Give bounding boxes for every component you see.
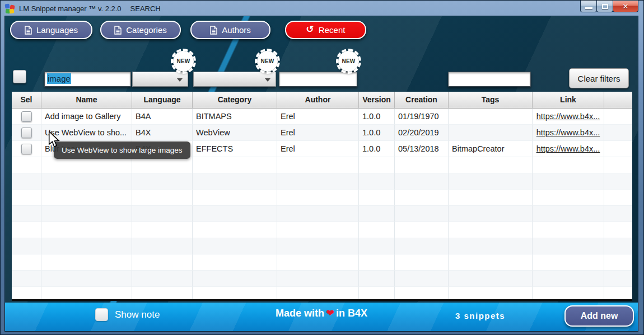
column-header-link[interactable]: Link	[533, 92, 604, 108]
cell-creation: 02/20/2019	[395, 125, 449, 141]
cell-category: WebView	[193, 125, 277, 141]
table-row[interactable]: Add image to Gallery B4A BITMAPS Erel 1.…	[12, 108, 632, 125]
tags-filter-input[interactable]	[448, 72, 531, 87]
column-header-blank	[604, 92, 632, 108]
search-input-selected-text: image	[47, 73, 71, 84]
tooltip: Use WebView to show large images	[54, 141, 190, 159]
table-row-empty	[12, 190, 632, 206]
column-header-category[interactable]: Category	[193, 92, 277, 108]
table-row[interactable]: Use WebView to sho... B4X WebView Erel 1…	[12, 125, 632, 141]
empty-rows	[12, 157, 632, 301]
new-badge: NEW	[338, 51, 359, 72]
clear-filters-button[interactable]: Clear filters	[569, 68, 629, 88]
authors-label: Authors	[222, 25, 251, 35]
cell-language: B4X	[132, 125, 193, 141]
row-checkbox[interactable]	[21, 128, 32, 138]
table-row-empty	[12, 238, 632, 254]
chevron-down-icon	[265, 78, 270, 82]
footer-bar: Show note Made with❤in B4X 3 snippets Ad…	[5, 303, 638, 331]
add-new-button[interactable]: Add new	[564, 305, 634, 327]
cell-category: EFFECTS	[193, 141, 277, 157]
cell-author: Erel	[277, 108, 359, 125]
table-row-empty	[12, 206, 632, 222]
author-filter-input[interactable]	[279, 72, 357, 87]
document-icon	[114, 26, 122, 35]
cell-version: 1.0.0	[359, 141, 395, 157]
snippet-table: Sel Name Language Category Author Versio…	[12, 92, 632, 301]
cell-language: B4A	[132, 108, 193, 125]
column-header-author[interactable]: Author	[277, 92, 359, 108]
table-row-empty	[12, 271, 632, 287]
authors-button[interactable]: Authors	[190, 21, 270, 39]
document-icon	[25, 26, 32, 35]
row-checkbox[interactable]	[21, 144, 32, 154]
recent-button[interactable]: ↺ Recent	[285, 21, 366, 39]
table-body: Add image to Gallery B4A BITMAPS Erel 1.…	[12, 108, 632, 301]
table-header: Sel Name Language Category Author Versio…	[12, 92, 632, 108]
mouse-cursor-icon	[48, 131, 60, 148]
column-header-sel[interactable]: Sel	[12, 92, 41, 108]
languages-button[interactable]: Languages	[10, 21, 92, 39]
minimize-icon	[585, 7, 592, 9]
table-row-empty	[12, 254, 632, 271]
chevron-down-icon	[177, 78, 183, 82]
main-content: Languages Categories Authors ↺ Recent im…	[5, 16, 638, 331]
cell-creation: 05/13/2018	[395, 141, 449, 157]
maximize-icon	[602, 4, 608, 9]
snippets-count: 3 snippets	[455, 311, 505, 320]
maximize-button[interactable]	[596, 1, 613, 12]
cell-name: Add image to Gallery	[41, 108, 132, 125]
new-badge: NEW	[173, 51, 194, 72]
cell-version: 1.0.0	[359, 125, 395, 141]
categories-label: Categories	[126, 25, 167, 35]
titlebar: LM Snippet manager ™ v. 2.2.0 SEARCH	[1, 1, 643, 16]
history-icon: ↺	[306, 25, 314, 34]
window-title: LM Snippet manager ™ v. 2.2.0	[19, 4, 122, 13]
snippet-link[interactable]: https://www.b4x...	[536, 144, 600, 153]
table-row-empty	[12, 157, 632, 173]
column-header-language[interactable]: Language	[132, 92, 193, 108]
cell-tags	[449, 108, 533, 125]
cell-author: Erel	[277, 141, 359, 157]
made-with-text: Made with❤in B4X	[276, 307, 367, 319]
cell-creation: 01/19/1970	[395, 108, 449, 125]
cell-category: BITMAPS	[193, 108, 277, 125]
window-mode-label: SEARCH	[130, 4, 161, 13]
languages-label: Languages	[36, 25, 78, 35]
column-header-name[interactable]: Name	[41, 92, 132, 108]
column-header-tags[interactable]: Tags	[449, 92, 533, 108]
column-header-creation[interactable]: Creation	[395, 92, 449, 108]
cell-tags: BitmapCreator	[449, 141, 533, 157]
column-header-version[interactable]: Version	[359, 92, 395, 108]
minimize-button[interactable]	[580, 1, 597, 12]
heart-icon: ❤	[324, 308, 336, 319]
select-all-checkbox[interactable]	[13, 70, 26, 83]
snippet-link[interactable]: https://www.b4x...	[536, 112, 600, 121]
recent-label: Recent	[319, 25, 346, 35]
row-checkbox[interactable]	[21, 111, 32, 122]
cell-tags	[449, 125, 533, 141]
cell-version: 1.0.0	[359, 108, 395, 125]
language-filter-dropdown[interactable]	[132, 72, 188, 87]
table-row-empty	[12, 173, 632, 190]
app-icon[interactable]	[5, 4, 15, 13]
new-badge: NEW	[257, 51, 278, 72]
categories-button[interactable]: Categories	[100, 21, 181, 39]
close-button[interactable]: ✕	[613, 1, 638, 12]
close-icon: ✕	[623, 3, 629, 10]
table-row-empty	[12, 222, 632, 238]
snippet-link[interactable]: https://www.b4x...	[536, 128, 600, 137]
table-row-empty	[12, 287, 632, 301]
category-filter-dropdown[interactable]	[193, 72, 276, 87]
search-input[interactable]: image	[44, 72, 131, 87]
cell-author: Erel	[277, 125, 359, 141]
window-frame: LM Snippet manager ™ v. 2.2.0 SEARCH ✕ L…	[0, 0, 644, 335]
show-note-checkbox[interactable]	[95, 308, 108, 321]
show-note-label: Show note	[115, 309, 160, 320]
document-icon	[210, 26, 217, 35]
